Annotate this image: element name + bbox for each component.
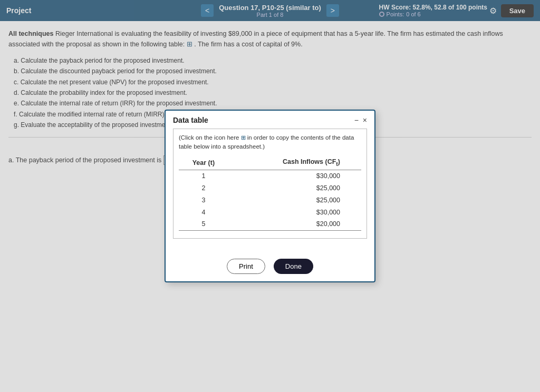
modal-body: (Click on the icon here ⊞ in order to co…	[166, 129, 374, 252]
table-row: 2 $25,000	[179, 182, 361, 194]
cash-1: $30,000	[228, 170, 361, 182]
table-row: 1 $30,000	[179, 170, 361, 182]
year-3: 3	[179, 194, 228, 207]
cash-3: $25,000	[228, 194, 361, 207]
year-4: 4	[179, 207, 228, 219]
col-header-cash: Cash Inflows (CFt)	[228, 155, 361, 170]
cash-5: $20,000	[228, 218, 361, 230]
cash-2: $25,000	[228, 182, 361, 194]
table-row: 3 $25,000	[179, 194, 361, 207]
modal-footer: Print Done	[166, 252, 374, 281]
modal-close-button[interactable]: ×	[363, 116, 367, 124]
print-button[interactable]: Print	[227, 259, 265, 274]
modal-header: Data table − ×	[166, 111, 374, 129]
cash-flow-table: Year (t) Cash Inflows (CFt) 1 $30,000 2 …	[179, 155, 361, 231]
cash-4: $30,000	[228, 207, 361, 219]
modal-title: Data table	[173, 116, 208, 124]
copy-note: (Click on the icon here ⊞ in order to co…	[173, 129, 367, 239]
modal-overlay: Data table − × (Click on the icon here ⊞…	[0, 0, 540, 392]
year-1: 1	[179, 170, 228, 182]
table-row: 4 $30,000	[179, 207, 361, 219]
data-table-modal: Data table − × (Click on the icon here ⊞…	[165, 110, 375, 282]
done-button[interactable]: Done	[274, 259, 313, 274]
year-2: 2	[179, 182, 228, 194]
modal-minimize-button[interactable]: −	[354, 116, 359, 124]
year-5: 5	[179, 218, 228, 230]
col-header-year: Year (t)	[179, 155, 228, 170]
copy-icon[interactable]: ⊞	[241, 134, 247, 141]
modal-controls: − ×	[354, 116, 367, 124]
copy-note-text1: (Click on the icon here	[179, 134, 239, 141]
table-row: 5 $20,000	[179, 218, 361, 230]
